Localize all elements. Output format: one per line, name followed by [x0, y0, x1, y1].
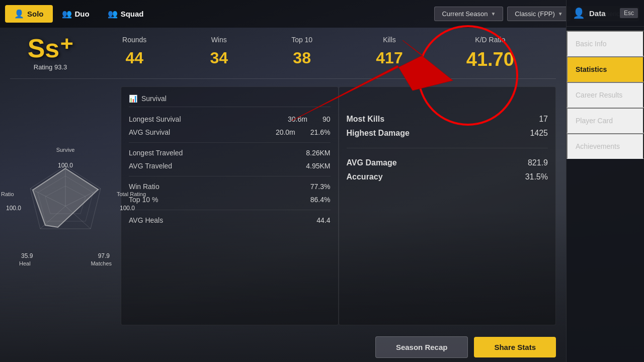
radar-svg	[15, 156, 116, 256]
season-filter[interactable]: Current Season ▼	[434, 7, 503, 21]
bottom-bar: Season Recap Share Stats	[0, 332, 566, 362]
sidebar-user-row: 👤 Data Esc	[567, 0, 644, 27]
wins-value: 34	[210, 49, 228, 67]
avg-survival-label: AVG Survival	[129, 128, 170, 136]
kd-value: 41.70	[466, 49, 514, 70]
main-content: Ss⁺ Rating 93.3 Rounds 44 Wins 34 Top 10…	[0, 28, 566, 362]
win-ratio-label: Win Ratio	[129, 183, 159, 191]
accuracy-row: Accuracy 31.5%	[347, 172, 548, 182]
sidebar-item-basic-info[interactable]: Basic Info	[567, 31, 644, 56]
top10-pct-row: Top 10 % 86.4%	[129, 196, 331, 204]
survival-panel: 📊 Survival Longest Survival 30.6m 90 AVG…	[121, 86, 339, 325]
sep3	[129, 210, 331, 210]
survival-icon: 📊	[129, 95, 137, 103]
longest-traveled-value: 8.26KM	[306, 149, 330, 157]
highest-damage-label: Highest Damage	[347, 129, 410, 138]
avg-heals-row: AVG Heals 44.4	[129, 216, 331, 224]
avg-survival-value: 20.0m	[276, 128, 295, 136]
share-stats-button[interactable]: Share Stats	[474, 337, 556, 357]
season-recap-button[interactable]: Season Recap	[375, 336, 468, 358]
mode-filter-label: Classic (FPP)	[515, 10, 554, 18]
mode-duo-button[interactable]: 👥 Duo	[53, 5, 99, 23]
top10-value: 38	[293, 49, 311, 67]
mode-filter[interactable]: Classic (FPP) ▼	[507, 7, 570, 21]
solo-label: Solo	[27, 10, 44, 18]
radar-heal-value: 35.9	[21, 252, 33, 259]
mode-arrow-icon: ▼	[558, 11, 563, 17]
radar-survive-label: Survive	[56, 147, 75, 153]
mode-squad-button[interactable]: 👥 Squad	[99, 5, 153, 23]
radar-panel: Survive 100.0 Win Ratio 100.0 Total Rati…	[10, 86, 121, 325]
avg-damage-label: AVG Damage	[347, 158, 397, 167]
radar-winratio-value: 100.0	[6, 205, 21, 212]
rank-rating: Rating 93.3	[34, 63, 67, 71]
top-bar: 👤 Solo 👥 Duo 👥 Squad Current Season ▼ Cl…	[0, 0, 644, 28]
sidebar-item-statistics[interactable]: Statistics	[567, 56, 644, 82]
radar-totalrating-value: 100.0	[120, 205, 135, 212]
combat-panel: Most Kills 17 Highest Damage 1425 AVG Da…	[339, 86, 556, 325]
avg-traveled-value: 4.95KM	[306, 162, 330, 170]
longest-survival-label: Longest Survival	[129, 115, 181, 123]
content-panels: Survive 100.0 Win Ratio 100.0 Total Rati…	[0, 79, 566, 333]
avg-damage-row: AVG Damage 821.9	[347, 158, 548, 167]
highest-damage-value: 1425	[530, 129, 548, 138]
sidebar-title: Data	[589, 9, 606, 18]
mode-solo-button[interactable]: 👤 Solo	[5, 5, 53, 23]
duo-icon: 👥	[62, 9, 72, 19]
avg-heals-value: 44.4	[316, 216, 330, 224]
longest-survival-row: Longest Survival 30.6m 90	[129, 115, 331, 123]
right-sidebar: 👤 Data Esc Basic Info Statistics Career …	[566, 0, 644, 362]
highest-damage-row: Highest Damage 1425	[347, 129, 548, 138]
wins-label: Wins	[211, 36, 227, 44]
most-kills-row: Most Kills 17	[347, 115, 548, 124]
radar-matches-value: 97.9	[98, 252, 110, 259]
avg-heals-label: AVG Heals	[129, 216, 163, 224]
longest-traveled-row: Longest Traveled 8.26KM	[129, 149, 331, 157]
stats-header: Ss⁺ Rating 93.3 Rounds 44 Wins 34 Top 10…	[0, 28, 566, 78]
kills-value: 417	[376, 49, 403, 67]
sep2	[129, 176, 331, 176]
rounds-value: 44	[125, 49, 143, 67]
solo-icon: 👤	[14, 9, 24, 19]
kills-label: Kills	[383, 36, 396, 44]
win-ratio-row: Win Ratio 77.3%	[129, 183, 331, 191]
radar-heal-label: Heal	[19, 260, 31, 266]
radar-chart: Survive 100.0 Win Ratio 100.0 Total Rati…	[15, 156, 116, 256]
sep1	[129, 142, 331, 143]
rank-block: Ss⁺ Rating 93.3	[10, 35, 91, 71]
avg-traveled-label: AVG Traveled	[129, 162, 172, 170]
stat-col-top10: Top 10 38	[291, 36, 312, 67]
season-arrow-icon: ▼	[491, 11, 496, 17]
stats-columns: Rounds 44 Wins 34 Top 10 38 Kills 417 K/…	[91, 36, 546, 70]
sidebar-item-career-results[interactable]: Career Results	[567, 82, 644, 108]
svg-marker-8	[33, 168, 98, 227]
sidebar-item-achievements[interactable]: Achievements	[567, 133, 644, 159]
longest-survival-value: 30.6m	[288, 115, 307, 123]
avg-damage-value: 821.9	[528, 158, 548, 167]
radar-totalrating-label: Total Rating	[117, 191, 146, 197]
survival-title-text: Survival	[141, 95, 167, 103]
avg-survival-row: AVG Survival 20.0m 21.6%	[129, 128, 331, 136]
avg-traveled-row: AVG Traveled 4.95KM	[129, 162, 331, 170]
win-ratio-value: 77.3%	[310, 183, 331, 191]
stat-col-rounds: Rounds 44	[122, 36, 146, 67]
most-kills-label: Most Kills	[347, 115, 385, 124]
squad-icon: 👥	[108, 9, 118, 19]
accuracy-value: 31.5%	[525, 172, 548, 182]
kd-label: K/D Ratio	[475, 36, 505, 44]
rank-badge: Ss⁺	[28, 35, 73, 61]
season-filter-label: Current Season	[442, 10, 488, 18]
longest-survival-rank: 90	[323, 115, 331, 123]
stat-col-kills: Kills 417	[376, 36, 403, 67]
accuracy-label: Accuracy	[347, 172, 383, 182]
esc-button[interactable]: Esc	[620, 8, 638, 18]
top10-pct-value: 86.4%	[310, 196, 331, 204]
duo-label: Duo	[75, 10, 90, 18]
longest-traveled-label: Longest Traveled	[129, 149, 183, 157]
stat-col-kd: K/D Ratio 41.70	[466, 36, 514, 70]
survival-panel-title: 📊 Survival	[129, 95, 331, 107]
squad-label: Squad	[121, 10, 144, 18]
radar-matches-label: Matches	[91, 260, 112, 266]
sidebar-item-player-card[interactable]: Player Card	[567, 108, 644, 133]
top10-label: Top 10	[291, 36, 312, 44]
